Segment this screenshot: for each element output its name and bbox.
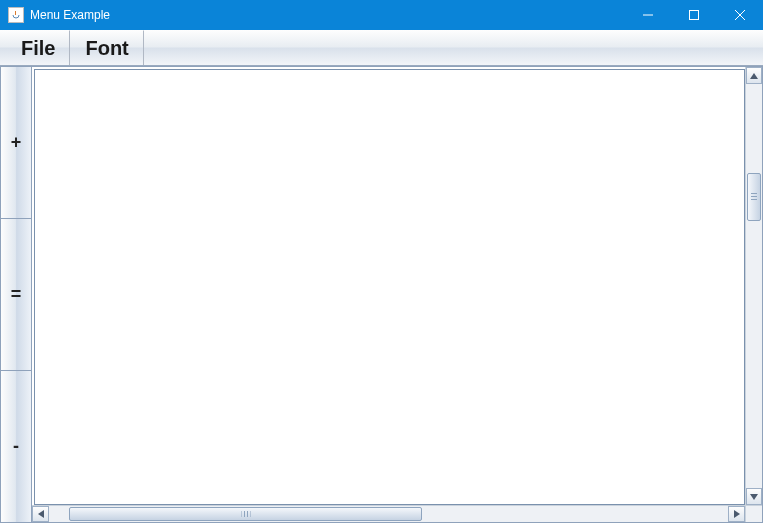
scroll-left-button[interactable] bbox=[32, 506, 49, 522]
horizontal-scroll-thumb[interactable] bbox=[69, 507, 422, 521]
menubar: File Font bbox=[0, 30, 763, 66]
increase-button[interactable]: + bbox=[0, 66, 32, 219]
horizontal-scroll-track[interactable] bbox=[49, 506, 728, 522]
menu-font[interactable]: Font bbox=[70, 30, 143, 65]
window-titlebar: Menu Example bbox=[0, 0, 763, 30]
text-area[interactable] bbox=[34, 69, 745, 505]
scrollbar-corner bbox=[745, 505, 762, 522]
arrow-down-icon bbox=[750, 494, 758, 500]
maximize-button[interactable] bbox=[671, 0, 717, 30]
menu-file[interactable]: File bbox=[6, 30, 70, 65]
vertical-scrollbar[interactable] bbox=[745, 67, 762, 505]
grip-icon bbox=[751, 193, 757, 202]
window-title: Menu Example bbox=[30, 8, 625, 22]
arrow-left-icon bbox=[38, 510, 44, 518]
minimize-button[interactable] bbox=[625, 0, 671, 30]
scroll-up-button[interactable] bbox=[746, 67, 762, 84]
reset-button[interactable]: = bbox=[0, 219, 32, 371]
content-area: + = - bbox=[0, 66, 763, 523]
svg-rect-1 bbox=[690, 11, 699, 20]
arrow-right-icon bbox=[734, 510, 740, 518]
main-panel bbox=[32, 66, 763, 523]
side-toolbar: + = - bbox=[0, 66, 32, 523]
vertical-scroll-track[interactable] bbox=[746, 84, 762, 488]
java-cup-icon bbox=[8, 7, 24, 23]
close-button[interactable] bbox=[717, 0, 763, 30]
vertical-scroll-thumb[interactable] bbox=[747, 173, 761, 221]
arrow-up-icon bbox=[750, 73, 758, 79]
grip-icon bbox=[241, 511, 250, 517]
window-controls bbox=[625, 0, 763, 30]
decrease-button[interactable]: - bbox=[0, 371, 32, 523]
scroll-down-button[interactable] bbox=[746, 488, 762, 505]
scroll-right-button[interactable] bbox=[728, 506, 745, 522]
horizontal-scrollbar[interactable] bbox=[32, 505, 745, 522]
